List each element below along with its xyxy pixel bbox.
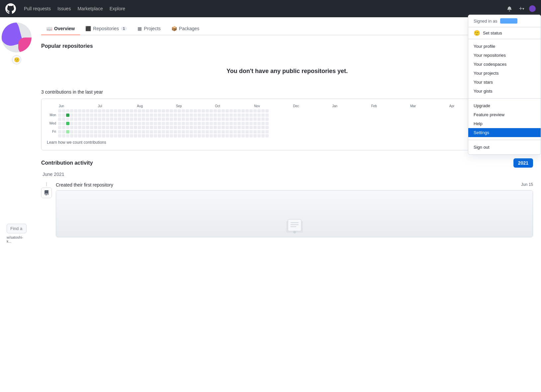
day-cell[interactable]	[138, 134, 141, 137]
day-cell[interactable]	[229, 114, 233, 117]
day-cell[interactable]	[130, 109, 133, 113]
day-cell[interactable]	[150, 126, 153, 129]
your-stars-item[interactable]: Your stars	[468, 78, 541, 87]
day-cell[interactable]	[122, 118, 125, 121]
day-cell[interactable]	[170, 122, 173, 125]
day-cell[interactable]	[253, 122, 257, 125]
day-cell[interactable]	[74, 134, 77, 137]
day-cell[interactable]	[70, 114, 73, 117]
day-cell[interactable]	[253, 114, 257, 117]
day-cell[interactable]	[225, 118, 229, 121]
tab-packages[interactable]: 📦 Packages	[166, 23, 205, 35]
day-cell[interactable]	[134, 109, 137, 113]
day-cell[interactable]	[241, 134, 245, 137]
day-cell[interactable]	[158, 114, 161, 117]
day-cell[interactable]	[249, 109, 253, 113]
day-cell[interactable]	[142, 114, 145, 117]
day-cell[interactable]	[249, 126, 253, 129]
day-cell[interactable]	[58, 126, 61, 129]
day-cell[interactable]	[186, 118, 189, 121]
day-cell[interactable]	[186, 109, 189, 113]
day-cell[interactable]	[245, 118, 249, 121]
day-cell[interactable]	[241, 118, 245, 121]
sign-out-item[interactable]: Sign out	[468, 143, 541, 152]
day-cell[interactable]	[210, 134, 213, 137]
day-cell[interactable]	[126, 126, 129, 129]
day-cell[interactable]	[118, 118, 121, 121]
day-cell[interactable]	[126, 114, 129, 117]
day-cell[interactable]	[66, 130, 69, 133]
tab-repositories[interactable]: ⬛ Repositories 1	[80, 23, 132, 35]
day-cell[interactable]	[66, 114, 69, 117]
day-cell[interactable]	[66, 126, 69, 129]
day-cell[interactable]	[134, 114, 137, 117]
day-cell[interactable]	[233, 109, 237, 113]
day-cell[interactable]	[106, 109, 109, 113]
day-cell[interactable]	[62, 134, 65, 137]
day-cell[interactable]	[146, 118, 149, 121]
day-cell[interactable]	[62, 122, 65, 125]
day-cell[interactable]	[102, 130, 105, 133]
day-cell[interactable]	[214, 134, 217, 137]
day-cell[interactable]	[265, 109, 269, 113]
day-cell[interactable]	[214, 130, 217, 133]
day-cell[interactable]	[241, 122, 245, 125]
day-cell[interactable]	[186, 114, 189, 117]
day-cell[interactable]	[261, 109, 265, 113]
day-cell[interactable]	[62, 130, 65, 133]
day-cell[interactable]	[138, 130, 141, 133]
day-cell[interactable]	[82, 109, 85, 113]
help-item[interactable]: Help	[468, 119, 541, 128]
create-button[interactable]: + ▾	[517, 3, 526, 14]
day-cell[interactable]	[86, 126, 89, 129]
day-cell[interactable]	[162, 130, 165, 133]
day-cell[interactable]	[190, 126, 193, 129]
day-cell[interactable]	[210, 109, 213, 113]
day-cell[interactable]	[225, 126, 229, 129]
day-cell[interactable]	[90, 109, 93, 113]
day-cell[interactable]	[102, 122, 105, 125]
day-cell[interactable]	[146, 134, 149, 137]
day-cell[interactable]	[62, 109, 65, 113]
day-cell[interactable]	[122, 126, 125, 129]
day-cell[interactable]	[170, 134, 173, 137]
day-cell[interactable]	[261, 122, 265, 125]
day-cell[interactable]	[166, 126, 169, 129]
day-cell[interactable]	[178, 134, 181, 137]
day-cell[interactable]	[182, 114, 185, 117]
day-cell[interactable]	[190, 134, 193, 137]
day-cell[interactable]	[241, 130, 245, 133]
day-cell[interactable]	[174, 126, 177, 129]
day-cell[interactable]	[78, 122, 81, 125]
day-cell[interactable]	[249, 134, 253, 137]
day-cell[interactable]	[257, 130, 261, 133]
day-cell[interactable]	[158, 134, 161, 137]
day-cell[interactable]	[130, 122, 133, 125]
day-cell[interactable]	[74, 118, 77, 121]
day-cell[interactable]	[74, 130, 77, 133]
day-cell[interactable]	[158, 118, 161, 121]
your-repositories-item[interactable]: Your repositories	[468, 51, 541, 60]
day-cell[interactable]	[150, 122, 153, 125]
your-gists-item[interactable]: Your gists	[468, 87, 541, 96]
day-cell[interactable]	[150, 130, 153, 133]
day-cell[interactable]	[229, 130, 233, 133]
day-cell[interactable]	[150, 118, 153, 121]
day-cell[interactable]	[102, 109, 105, 113]
day-cell[interactable]	[202, 118, 205, 121]
day-cell[interactable]	[98, 130, 101, 133]
day-cell[interactable]	[222, 130, 225, 133]
day-cell[interactable]	[182, 126, 185, 129]
day-cell[interactable]	[190, 130, 193, 133]
day-cell[interactable]	[241, 109, 245, 113]
day-cell[interactable]	[257, 126, 261, 129]
your-profile-item[interactable]: Your profile	[468, 42, 541, 51]
day-cell[interactable]	[261, 130, 265, 133]
day-cell[interactable]	[237, 114, 241, 117]
day-cell[interactable]	[130, 126, 133, 129]
day-cell[interactable]	[114, 109, 117, 113]
day-cell[interactable]	[110, 126, 113, 129]
day-cell[interactable]	[78, 130, 81, 133]
day-cell[interactable]	[118, 114, 121, 117]
day-cell[interactable]	[178, 122, 181, 125]
